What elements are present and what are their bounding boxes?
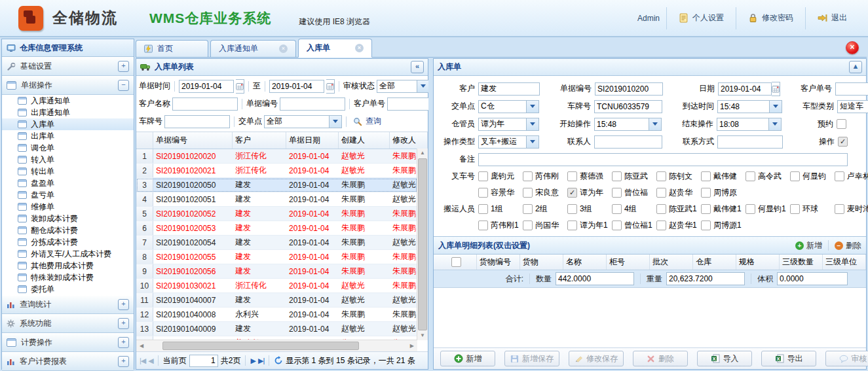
forklift-checkbox[interactable] bbox=[656, 171, 666, 181]
porter-option[interactable]: 3组 bbox=[567, 203, 608, 215]
personal-settings-button[interactable]: 个人设置 bbox=[667, 12, 736, 24]
op-type-select[interactable] bbox=[478, 135, 539, 149]
forklift-checkbox[interactable] bbox=[478, 171, 488, 181]
chevron-down-icon[interactable] bbox=[417, 80, 430, 93]
sidebar-section-system[interactable]: 系统功能 + bbox=[2, 314, 134, 333]
contact-input[interactable] bbox=[594, 135, 662, 149]
doc-no-input[interactable] bbox=[280, 97, 345, 111]
arrival-time-select[interactable] bbox=[717, 100, 782, 113]
porter-option[interactable]: 麦时沛1 bbox=[835, 203, 868, 215]
expand-icon[interactable]: + bbox=[118, 61, 129, 72]
forklift-checkbox[interactable] bbox=[478, 188, 488, 198]
delivery-point-value[interactable] bbox=[478, 100, 526, 113]
porter-checkbox[interactable] bbox=[567, 221, 577, 230]
reserve-checkbox[interactable] bbox=[837, 119, 846, 129]
export-button[interactable]: X 导出 bbox=[761, 351, 816, 366]
end-op-select[interactable] bbox=[717, 118, 782, 131]
scrollbar-thumb[interactable] bbox=[162, 342, 359, 350]
forklift-option[interactable]: 蔡德强 bbox=[567, 171, 608, 182]
forklift-checkbox[interactable] bbox=[523, 188, 533, 198]
expand-icon[interactable]: + bbox=[118, 337, 129, 348]
vehicle-type-value[interactable] bbox=[837, 100, 868, 113]
last-page-icon[interactable]: ▶| bbox=[258, 357, 264, 365]
forklift-option[interactable]: 何显钧 bbox=[790, 171, 831, 182]
column-header[interactable]: 单据编号 bbox=[153, 132, 233, 149]
detail-column-header[interactable]: 三级数量 bbox=[780, 255, 823, 270]
forklift-checkbox[interactable] bbox=[835, 171, 844, 181]
forklift-option[interactable]: 曾位福 bbox=[612, 187, 652, 198]
detail-column-header[interactable]: 货物 bbox=[520, 255, 563, 270]
delivery-point-select[interactable] bbox=[478, 100, 539, 113]
tab-close-icon[interactable]: × bbox=[355, 44, 364, 52]
sidebar-menu-item[interactable]: 转入单 bbox=[2, 154, 134, 166]
weight-total-input[interactable] bbox=[666, 272, 745, 285]
table-row[interactable]: 1 SI201901020020 浙江传化 2019-01-04 赵敏光 朱展鹏 bbox=[136, 149, 417, 164]
expand-icon[interactable]: + bbox=[118, 299, 129, 310]
scroll-right-icon[interactable]: ▶ bbox=[408, 343, 416, 349]
horizontal-scrollbar[interactable]: ◀ ▶ bbox=[136, 340, 417, 351]
chevron-down-icon[interactable] bbox=[526, 135, 539, 149]
vertical-scrollbar[interactable]: ▲ ▼ bbox=[417, 149, 428, 340]
date-to-input[interactable] bbox=[269, 80, 324, 93]
table-row[interactable]: 3 SI201901020050 建发 2019-01-04 朱展鹏 赵敏光 bbox=[136, 178, 417, 192]
forklift-checkbox[interactable] bbox=[612, 171, 622, 181]
date-input[interactable] bbox=[718, 82, 772, 96]
forklift-option[interactable]: 周博原 bbox=[701, 187, 742, 198]
forklift-checkbox[interactable] bbox=[523, 171, 533, 181]
page-number-input[interactable] bbox=[189, 355, 218, 367]
arrival-time-value[interactable] bbox=[717, 100, 769, 113]
sidebar-menu-item[interactable]: 出库通知单 bbox=[2, 107, 134, 118]
change-password-button[interactable]: 修改密码 bbox=[736, 12, 805, 24]
sidebar-section-basic-settings[interactable]: 基础设置 + bbox=[2, 57, 134, 76]
detail-column-header[interactable]: 规格 bbox=[736, 255, 780, 270]
detail-column-header[interactable]: 仓库 bbox=[693, 255, 736, 270]
collapse-icon[interactable]: − bbox=[118, 80, 129, 91]
vehicle-type-select[interactable] bbox=[837, 100, 868, 113]
forklift-option[interactable]: 陈亚武 bbox=[612, 171, 652, 182]
table-row[interactable]: 2 SI201901020021 浙江传化 2019-01-04 赵敏光 朱展鹏 bbox=[136, 164, 417, 178]
forklift-checkbox[interactable] bbox=[656, 188, 666, 198]
sidebar-menu-item[interactable]: 维修单 bbox=[2, 201, 134, 213]
table-row[interactable]: 6 SI201901020053 建发 2019-01-04 朱展鹏 朱展鹏 bbox=[136, 221, 417, 236]
edit-save-button[interactable]: 修改保存 bbox=[569, 351, 624, 366]
qty-total-input[interactable] bbox=[556, 272, 634, 285]
chevron-down-icon[interactable] bbox=[329, 115, 342, 128]
porter-option[interactable]: 尚国华 bbox=[523, 220, 563, 231]
expand-icon[interactable]: + bbox=[118, 318, 129, 329]
refresh-icon[interactable] bbox=[274, 356, 283, 365]
porter-option[interactable]: 何显钧1 bbox=[745, 203, 786, 215]
tab-home[interactable]: 首页 bbox=[136, 40, 208, 57]
porter-option[interactable]: 陈亚武1 bbox=[656, 203, 697, 215]
porter-checkbox[interactable] bbox=[523, 204, 533, 214]
remark-input[interactable] bbox=[478, 153, 848, 166]
table-row[interactable]: 7 SI201901020054 建发 2019-01-04 朱展鹏 赵敏光 bbox=[136, 236, 417, 250]
porter-option[interactable]: 赵贵华1 bbox=[656, 220, 697, 231]
porter-checkbox[interactable] bbox=[523, 221, 533, 230]
table-row[interactable]: 9 SI201901020056 建发 2019-01-04 朱展鹏 朱展鹏 bbox=[136, 264, 417, 279]
sidebar-menu-item[interactable]: 转出单 bbox=[2, 166, 134, 177]
forklift-checkbox[interactable] bbox=[745, 171, 755, 181]
sidebar-menu-item[interactable]: 翻仓成本计费 bbox=[2, 224, 134, 236]
add-save-button[interactable]: 新增保存 bbox=[504, 351, 559, 366]
forklift-option[interactable]: 陈钊文 bbox=[656, 171, 697, 182]
sidebar-menu-item[interactable]: 分拣成本计费 bbox=[2, 236, 134, 248]
chevron-down-icon[interactable] bbox=[769, 100, 782, 113]
column-header[interactable]: 修改人 bbox=[390, 132, 428, 149]
porter-option[interactable]: 周博源1 bbox=[701, 220, 742, 231]
logout-button[interactable]: 退出 bbox=[806, 12, 859, 24]
calendar-icon[interactable] bbox=[326, 79, 335, 94]
forklift-checkbox[interactable] bbox=[612, 188, 622, 198]
delivery-point-select[interactable] bbox=[264, 115, 342, 128]
next-page-icon[interactable]: ▶ bbox=[250, 357, 255, 365]
search-button[interactable]: 查询 bbox=[353, 116, 381, 127]
forklift-checkbox[interactable] bbox=[790, 171, 800, 181]
chevron-down-icon[interactable] bbox=[526, 118, 539, 131]
start-op-value[interactable] bbox=[594, 118, 649, 131]
sidebar-menu-item[interactable]: 外请叉车/人工成本计费 bbox=[2, 248, 134, 260]
calendar-icon[interactable] bbox=[772, 82, 780, 96]
panel-splitter[interactable] bbox=[428, 58, 433, 370]
sidebar-section-doc-operations[interactable]: 单据操作 − bbox=[2, 76, 134, 95]
contact-way-input[interactable] bbox=[717, 135, 783, 149]
detail-column-header[interactable]: 三级单位 bbox=[823, 255, 866, 270]
plate-input[interactable] bbox=[164, 115, 230, 128]
